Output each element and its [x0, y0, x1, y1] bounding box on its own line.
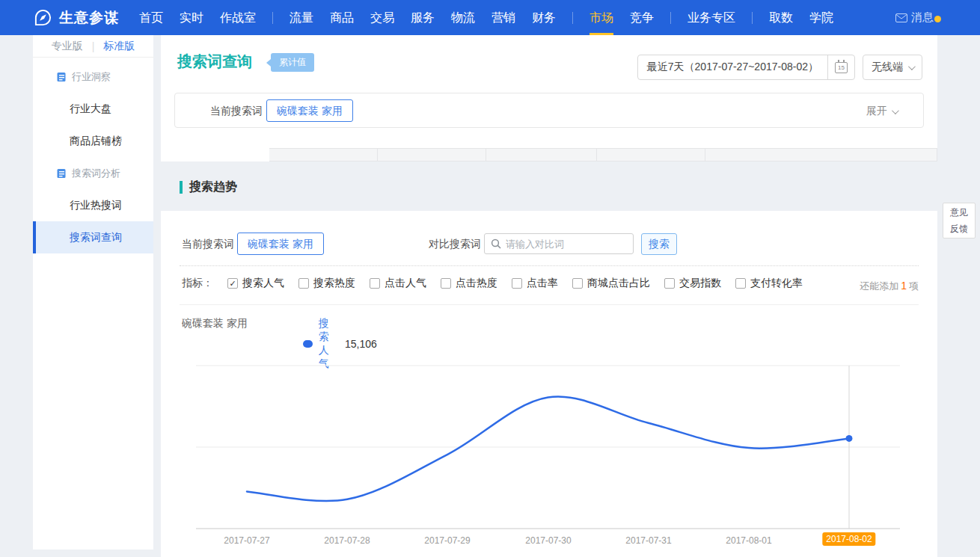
x-tick: 2017-07-28	[324, 535, 370, 546]
x-axis-labels: 2017-07-27 2017-07-28 2017-07-29 2017-07…	[180, 532, 919, 549]
page-title: 搜索词查询	[177, 52, 252, 72]
remaining-count: 1	[898, 280, 909, 292]
dotted-divider	[180, 265, 919, 266]
x-tick: 2017-07-31	[625, 535, 671, 546]
section-title: 搜索趋势	[189, 179, 237, 195]
legend-row: 碗碟套装 家用 搜索人气 15,106	[182, 317, 248, 332]
checkbox-unchecked[interactable]	[370, 278, 380, 289]
search-icon	[491, 239, 501, 249]
legend-term: 碗碟套装 家用	[182, 317, 248, 329]
anchor-tab[interactable]	[161, 148, 269, 161]
checkbox-unchecked[interactable]	[572, 278, 583, 289]
date-range-picker[interactable]: 最近7天（2017-07-27~2017-08-02） 15	[637, 55, 855, 80]
nav-service[interactable]: 服务	[411, 0, 435, 35]
sidebar-version-tabs: 专业版 | 标准版	[33, 35, 153, 58]
top-nav: 生意参谋 首页 实时 作战室 流量 商品 交易 服务 物流 营销 财务 市场 竞…	[0, 0, 980, 35]
checkbox-unchecked[interactable]	[512, 278, 522, 289]
metric-pay-conversion[interactable]: 支付转化率	[735, 277, 803, 290]
calendar-button[interactable]: 15	[827, 55, 854, 80]
checkbox-unchecked[interactable]	[298, 278, 309, 289]
metric-label: 搜索热度	[313, 277, 355, 290]
checkbox-unchecked[interactable]	[735, 278, 746, 289]
current-term-panel: 当前搜索词： 碗碟套装 家用 展开	[174, 93, 924, 128]
nav-realtime[interactable]: 实时	[180, 0, 203, 35]
compass-logo-icon	[34, 8, 52, 27]
metrics-row: 指标： ✓ 搜索人气 搜索热度 点击人气 点击热度 点击率 商城点击占比 交易指…	[182, 277, 803, 290]
nav-divider	[272, 12, 273, 24]
x-tick: 2017-07-27	[224, 535, 269, 546]
metric-search-popularity[interactable]: ✓ 搜索人气	[227, 277, 284, 290]
current-term-tag[interactable]: 碗碟套装 家用	[237, 233, 324, 255]
metric-label: 点击人气	[385, 277, 426, 290]
feedback-button[interactable]: 意见 反馈	[943, 203, 976, 239]
sidebar-item-search-word-query[interactable]: 搜索词查询	[33, 221, 153, 253]
current-term-tag[interactable]: 碗碟套装 家用	[266, 99, 353, 122]
nav-goods[interactable]: 商品	[330, 0, 354, 35]
nav-academy[interactable]: 学院	[809, 0, 833, 35]
cumulative-value-badge: 累计值	[271, 53, 314, 72]
nav-finance[interactable]: 财务	[532, 0, 556, 35]
metric-label: 搜索人气	[242, 277, 284, 290]
nav-trade[interactable]: 交易	[370, 0, 394, 35]
anchor-tab[interactable]	[269, 148, 378, 161]
anchor-tab[interactable]	[486, 148, 597, 161]
nav-divider	[752, 12, 753, 24]
nav-market-active[interactable]: 市场	[589, 0, 613, 35]
tab-standard-version[interactable]: 标准版	[103, 40, 135, 53]
data-point-dot	[846, 435, 853, 442]
metric-mall-click-share[interactable]: 商城点击占比	[572, 277, 650, 290]
messages-label: 消息	[911, 10, 934, 25]
remaining-addable-hint: 还能添加1项	[860, 280, 919, 293]
device-dropdown[interactable]: 无线端	[863, 55, 922, 80]
chevron-down-icon	[892, 107, 899, 114]
nav-traffic[interactable]: 流量	[290, 0, 313, 35]
brand-logo[interactable]: 生意参谋	[34, 8, 119, 28]
expand-toggle[interactable]: 展开	[866, 105, 897, 118]
messages-button[interactable]: 消息	[895, 10, 934, 25]
metric-click-rate[interactable]: 点击率	[512, 277, 558, 290]
metric-label: 商城点击占比	[587, 277, 650, 290]
nav-business-zone[interactable]: 业务专区	[687, 0, 735, 35]
compare-term-input[interactable]	[506, 239, 627, 250]
section-label: 行业洞察	[72, 70, 111, 84]
compare-term-label: 对比搜索词：	[429, 238, 491, 251]
anchor-tab[interactable]	[378, 148, 486, 161]
sidebar-item-hot-search-words[interactable]: 行业热搜词	[33, 189, 153, 221]
sidebar-item-product-shop-rank[interactable]: 商品店铺榜	[33, 125, 153, 157]
sidebar-section-search-analysis: 搜索词分析	[33, 157, 153, 189]
calendar-icon: 15	[835, 62, 848, 73]
nav-home[interactable]: 首页	[139, 0, 163, 35]
nav-data-fetch[interactable]: 取数	[769, 0, 793, 35]
checkbox-unchecked[interactable]	[441, 278, 451, 289]
metric-click-heat[interactable]: 点击热度	[441, 277, 497, 290]
notification-dot	[934, 16, 941, 22]
metric-click-popularity[interactable]: 点击人气	[370, 277, 426, 290]
date-range-text: 最近7天（2017-07-27~2017-08-02）	[638, 61, 827, 74]
nav-logistics[interactable]: 物流	[451, 0, 475, 35]
search-button[interactable]: 搜索	[641, 233, 677, 255]
anchor-tab[interactable]	[705, 148, 937, 161]
search-trend-header: 搜索趋势	[180, 179, 237, 195]
feedback-label-line1: 意见	[943, 205, 975, 221]
checkbox-checked[interactable]: ✓	[227, 278, 238, 289]
nav-competition[interactable]: 竞争	[630, 0, 654, 35]
metric-label: 点击率	[527, 277, 558, 290]
chevron-down-icon	[908, 63, 916, 70]
nav-marketing[interactable]: 营销	[491, 0, 515, 35]
sidebar-menu: 行业洞察 行业大盘 商品店铺榜 搜索词分析 行业热搜词 搜索词查询	[33, 58, 153, 253]
sidebar-item-industry-market[interactable]: 行业大盘	[33, 93, 153, 125]
report-icon	[56, 168, 67, 179]
current-term-label: 当前搜索词：	[182, 238, 245, 251]
trend-chart[interactable]	[180, 351, 919, 538]
metric-search-heat[interactable]: 搜索热度	[298, 277, 355, 290]
current-term-label: 当前搜索词：	[210, 105, 273, 118]
sidebar: 专业版 | 标准版 行业洞察 行业大盘 商品店铺榜 搜索词分析 行业热搜词 搜索…	[33, 35, 153, 550]
tab-pro-version[interactable]: 专业版	[52, 40, 83, 53]
anchor-tab[interactable]	[597, 148, 705, 161]
x-tick: 2017-07-29	[424, 535, 470, 546]
metric-trade-index[interactable]: 交易指数	[664, 277, 721, 290]
nav-warroom[interactable]: 作战室	[220, 0, 256, 35]
nav-divider	[670, 12, 671, 24]
checkbox-unchecked[interactable]	[664, 278, 675, 289]
header-card: 搜索词查询 累计值 最近7天（2017-07-27~2017-08-02） 15…	[161, 35, 937, 148]
